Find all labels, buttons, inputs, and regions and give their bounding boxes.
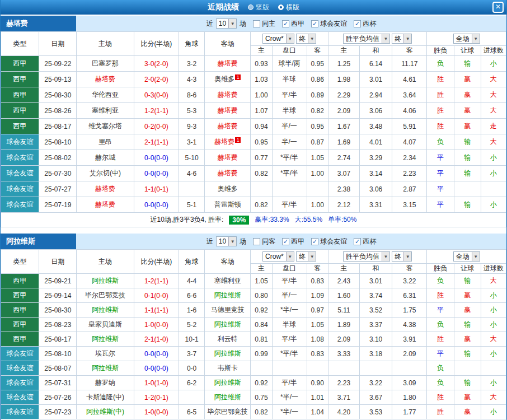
matches-table: 类型 日期 主场 比分(半场) 角球 客场 Crow* ▼ 终 ▼ [1, 31, 506, 213]
odds-home-cell: 1.00 [251, 87, 272, 103]
away-team-cell: 赫塔费 [205, 103, 251, 119]
chevron-down-icon: ▼ [228, 19, 236, 28]
chevron-down-icon: ▼ [286, 34, 294, 43]
team-name: 毕尔巴鄂竞技 [208, 408, 248, 416]
team-name: 皇家贝迪斯 [88, 320, 122, 328]
date-cell: 25-08-10 [39, 347, 77, 361]
chevron-down-icon: ▼ [382, 252, 389, 261]
match-count-value: 10 [217, 20, 228, 27]
goals-result-cell [481, 181, 506, 197]
col-result: 胜负 [427, 264, 454, 274]
match-count-select[interactable]: 10 ▼ [216, 236, 237, 246]
team-name: 马德里竞技 [211, 306, 245, 314]
filter-checkbox-2[interactable]: ✓球会友谊 [311, 237, 347, 246]
away-team-cell: 阿拉维斯 [205, 376, 251, 390]
avg-away-cell: 2.87 [392, 181, 427, 197]
avg-odds-select[interactable]: 胜平负均值 ▼ [343, 34, 390, 44]
scope-select[interactable]: 全场 ▼ [453, 34, 480, 44]
odds-away-cell: 1.09 [307, 288, 328, 303]
league-cell: 西甲 [1, 87, 39, 103]
result-cell: 负 [427, 318, 454, 332]
handicap-result-cell: 赢 [454, 288, 481, 303]
odds-final-select[interactable]: 终 ▼ [296, 34, 316, 44]
avg-away-cell: 4.61 [392, 72, 427, 87]
home-team-cell: 赫塔费 [77, 181, 134, 197]
corners-cell: 3-7 [179, 347, 205, 361]
avg-draw-cell: 3.48 [360, 119, 392, 134]
layout-vertical-radio[interactable]: 竖版 [248, 3, 269, 12]
filter-checkbox-0[interactable]: 同客 [253, 237, 275, 246]
avg-odds-value: 胜平负均值 [344, 252, 382, 262]
filter-bar: 近 10 ▼ 场 同客✓西甲✓球会友谊✓西杯 [76, 234, 506, 249]
avg-home-cell: 1.60 [328, 288, 359, 303]
goals-result-cell: 大 [481, 103, 506, 119]
odds-group-header: Crow* ▼ 终 ▼ [251, 250, 328, 264]
handicap-result-cell: 赢 [454, 405, 481, 419]
bookmaker-select[interactable]: Crow* ▼ [262, 34, 294, 44]
score-cell: 0-0(0-0) [134, 347, 179, 361]
scope-select[interactable]: 全场 ▼ [453, 251, 480, 262]
layout-horizontal-radio[interactable]: 横版 [278, 3, 299, 12]
date-cell: 25-09-22 [39, 56, 77, 72]
corners-cell [179, 181, 205, 197]
avg-final-select[interactable]: 终 ▼ [392, 251, 412, 262]
handicap-result-cell: 赢 [454, 390, 481, 405]
goals-result-cell: 小 [481, 376, 506, 390]
home-team-cell: 塞维利亚 [77, 103, 134, 119]
goals-result-cell: 大 [481, 332, 506, 347]
avg-home-cell: 2.12 [328, 197, 359, 213]
team-name: 卡斯迪隆(中) [86, 393, 124, 401]
filter-checkbox-3[interactable]: ✓西杯 [354, 237, 376, 246]
avg-away-cell: 1.77 [392, 405, 427, 419]
result-cell: 负 [427, 134, 454, 150]
avg-group-header: 胜平负均值 ▼ 终 ▼ [328, 250, 427, 264]
filter-checkbox-3[interactable]: ✓西杯 [354, 19, 376, 29]
avg-draw-cell [360, 361, 392, 376]
team-section-2: 阿拉维斯 近 10 ▼ 场 同客✓西甲✓球会友谊✓西杯 类型 日期 [1, 234, 506, 419]
goals-result-cell: 小 [481, 405, 506, 419]
odds-group-header: Crow* ▼ 终 ▼ [251, 32, 328, 46]
avg-draw-cell: 3.14 [360, 166, 392, 181]
odds-away-cell: 1.00 [307, 166, 328, 181]
match-count-select[interactable]: 10 ▼ [216, 18, 237, 29]
close-button[interactable]: ✕ [492, 2, 504, 13]
team-name: 阿拉维斯 [92, 306, 119, 314]
chevron-down-icon: ▼ [308, 252, 316, 261]
filter-checkbox-1[interactable]: ✓西甲 [282, 19, 304, 29]
date-cell: 25-09-14 [39, 288, 77, 303]
chevron-down-icon: ▼ [228, 237, 236, 246]
col-type: 类型 [1, 32, 39, 56]
filter-checkbox-1[interactable]: ✓西甲 [282, 237, 304, 246]
bookmaker-select[interactable]: Crow* ▼ [262, 251, 294, 262]
avg-away-cell: 2.34 [392, 150, 427, 166]
col-avg-away: 客 [392, 46, 427, 56]
avg-group-header: 胜平负均值 ▼ 终 ▼ [328, 32, 427, 46]
avg-home-cell: 5.11 [328, 303, 359, 318]
score-cell: 2-1(1-0) [134, 332, 179, 347]
away-team-cell: 塞维利亚 [205, 274, 251, 288]
filter-bar: 近 10 ▼ 场 同主✓西甲✓球会友谊✓西杯 [76, 16, 506, 31]
odds-final-select[interactable]: 终 ▼ [296, 251, 316, 262]
col-type: 类型 [1, 250, 39, 274]
match-row: 球会友谊25-08-10埃瓦尔0-0(0-0)3-7阿拉维斯0.99*平/半0.… [1, 347, 506, 361]
filter-checkbox-0[interactable]: 同主 [253, 19, 275, 29]
filter-checkbox-2[interactable]: ✓球会友谊 [311, 19, 347, 29]
handicap-result-cell: 输 [454, 166, 481, 181]
match-row: 西甲25-08-30阿拉维斯1-1(1-1)1-6马德里竞技0.92*半/一0.… [1, 303, 506, 318]
corners-cell: 5-10 [179, 150, 205, 166]
team-name: 阿拉维斯(中) [86, 408, 124, 416]
result-cell: 胜 [427, 390, 454, 405]
goals-result-cell: 大 [481, 134, 506, 150]
corners-cell: 3-2 [179, 56, 205, 72]
handicap-result-cell: 赢 [454, 72, 481, 87]
home-team-cell: 维戈塞尔塔 [77, 119, 134, 134]
summary-stat: 赢率:33.3% [255, 215, 289, 225]
league-cell: 球会友谊 [1, 347, 39, 361]
avg-final-select[interactable]: 终 ▼ [392, 34, 412, 44]
handicap-cell: 半球 [272, 72, 307, 87]
handicap-cell: *半/一 [272, 390, 307, 405]
avg-odds-select[interactable]: 胜平负均值 ▼ [343, 251, 390, 262]
corners-cell: 1-6 [179, 303, 205, 318]
avg-home-cell: 1.98 [328, 72, 359, 87]
match-row: 西甲25-08-17维戈塞尔塔0-2(0-0)9-3赫塔费0.94半/一0.95… [1, 119, 506, 134]
